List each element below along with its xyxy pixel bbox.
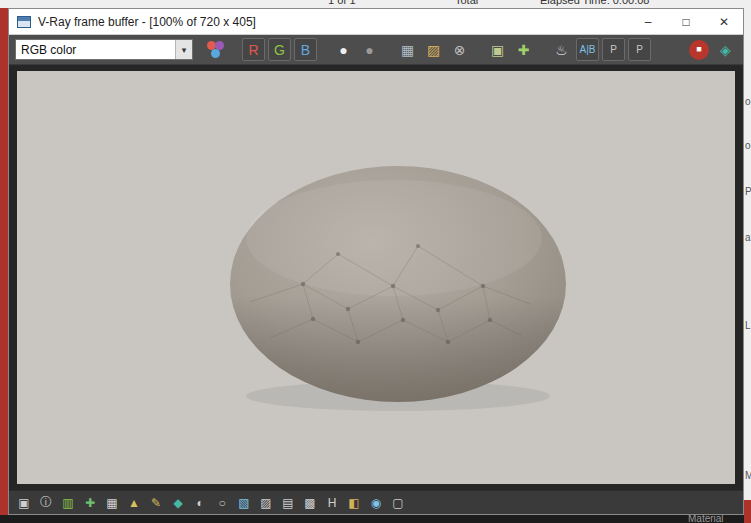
render-frame — [9, 65, 743, 490]
toolbar-separator — [538, 49, 547, 50]
color-correction-icon[interactable]: ◆ — [169, 494, 187, 512]
exposure-icon[interactable]: ◐ — [191, 494, 209, 512]
rendered-ottoman-image — [198, 134, 598, 434]
background-panel-letter: L — [745, 320, 751, 331]
background-material-label: Material — [688, 515, 724, 523]
vfb-toolbar: RGB color ▾ RGB●●▦▨⊗▣✚♨A|BPP ■◈ — [9, 35, 743, 65]
vfb-footer-toolbar: ▣ⓘ▥✚▦▲✎◆◐○▧▨▤▩H◧◉▢ — [9, 490, 743, 514]
maximize-button[interactable]: □ — [667, 9, 705, 34]
chevron-down-icon: ▾ — [175, 40, 192, 59]
render-last-icon[interactable]: ♨ — [550, 38, 573, 61]
color-sampler-icon[interactable]: ✚ — [81, 494, 99, 512]
pencil-stamp-icon[interactable]: ✎ — [147, 494, 165, 512]
minimize-button[interactable]: – — [629, 9, 667, 34]
load-image-icon[interactable]: ▨ — [422, 38, 445, 61]
color-palette-icon[interactable] — [204, 38, 227, 61]
window-title: V-Ray frame buffer - [100% of 720 x 405] — [38, 15, 256, 29]
red-channel-button[interactable]: R — [242, 38, 265, 61]
pixel-info-icon[interactable]: ▥ — [59, 494, 77, 512]
white-channel-icon[interactable]: ● — [332, 38, 355, 61]
curves-icon[interactable]: ▨ — [257, 494, 275, 512]
image-info-icon[interactable]: ⓘ — [37, 494, 55, 512]
window-icon — [17, 16, 31, 28]
stop-render-button[interactable]: ■ — [689, 40, 709, 60]
titlebar: V-Ray frame buffer - [100% of 720 x 405]… — [9, 9, 743, 35]
background-panel-letter: o — [745, 96, 751, 107]
channel-dropdown[interactable]: RGB color ▾ — [15, 39, 193, 60]
clear-image-icon[interactable]: ⊗ — [448, 38, 471, 61]
stamp-icon[interactable]: ◧ — [345, 494, 363, 512]
render-progress-count: 1 of 1 — [328, 0, 356, 6]
stereo-icon[interactable]: ▢ — [389, 494, 407, 512]
page-down-icon[interactable]: P — [628, 38, 651, 61]
background-panel-letter: a — [745, 232, 751, 243]
render-canvas — [17, 71, 735, 484]
toolbar-icon-group: RGB●●▦▨⊗▣✚♨A|BPP — [204, 38, 651, 61]
blue-channel-button[interactable]: B — [294, 38, 317, 61]
save-image-icon[interactable]: ▦ — [396, 38, 419, 61]
lut-icon[interactable]: ▤ — [279, 494, 297, 512]
hue-saturation-icon[interactable]: ▧ — [235, 494, 253, 512]
window-controls: – □ ✕ — [629, 9, 743, 34]
white-balance-picker-icon[interactable]: ○ — [213, 494, 231, 512]
channel-dropdown-value: RGB color — [21, 43, 76, 57]
background-viewport-left-edge — [0, 8, 8, 515]
toolbar-separator — [230, 49, 239, 50]
view-clamped-icon[interactable]: ▲ — [125, 494, 143, 512]
track-mouse-icon[interactable]: ✚ — [512, 38, 535, 61]
render-progress-total-label: Total — [455, 0, 478, 6]
alpha-channel-icon[interactable]: ● — [358, 38, 381, 61]
ab-compare-icon[interactable]: A|B — [576, 38, 599, 61]
background-panel-letter: M — [745, 470, 751, 481]
render-history-icon[interactable]: ◈ — [714, 38, 737, 61]
clamp-colors-icon[interactable]: ▦ — [103, 494, 121, 512]
background-viewport-right-corner — [744, 500, 751, 523]
toolbar-right-group: ■◈ — [689, 38, 737, 61]
srgb-icon[interactable]: H — [323, 494, 341, 512]
page-up-icon[interactable]: P — [602, 38, 625, 61]
background-panel-letter: o — [745, 140, 751, 151]
background-panel-right-edge: ooPaLM — [744, 8, 751, 500]
history-icon[interactable]: ◉ — [367, 494, 385, 512]
toolbar-separator — [320, 49, 329, 50]
toolbar-separator — [384, 49, 393, 50]
icc-profile-icon[interactable]: ▩ — [301, 494, 319, 512]
render-elapsed-time: Elapsed Time: 0:00:08 — [540, 0, 649, 6]
vray-frame-buffer-window: V-Ray frame buffer - [100% of 720 x 405]… — [8, 8, 744, 515]
background-panel-letter: P — [745, 186, 751, 197]
background-bottom-edge: Material — [0, 515, 744, 523]
close-button[interactable]: ✕ — [705, 9, 743, 34]
screen: 1 of 1 Total Elapsed Time: 0:00:08 ooPaL… — [0, 0, 751, 523]
green-channel-button[interactable]: G — [268, 38, 291, 61]
duplicate-to-host-icon[interactable]: ▣ — [486, 38, 509, 61]
toolbar-separator — [474, 49, 483, 50]
region-render-icon[interactable]: ▣ — [15, 494, 33, 512]
